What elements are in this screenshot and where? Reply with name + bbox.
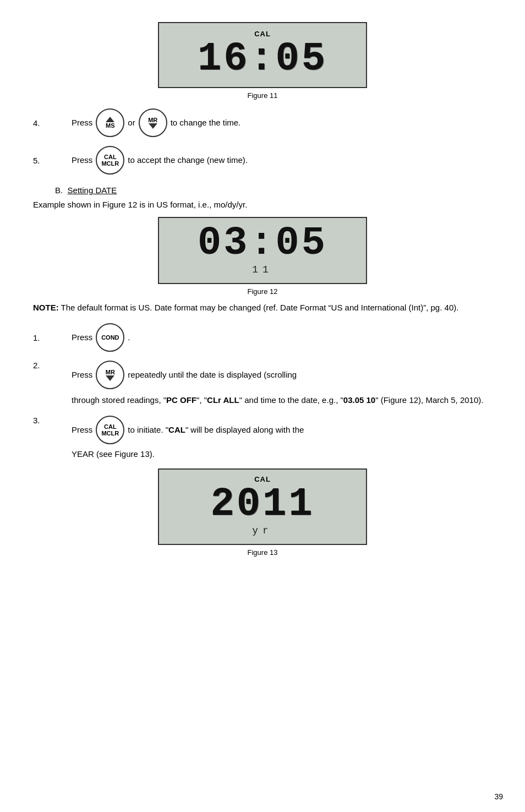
step-2-post-inline: repeatedly until the date is displayed (… <box>128 368 297 382</box>
step-3-row: 3. Press CAL MCLR to initiate. "CAL" wil… <box>33 416 492 461</box>
step-2-block: through stored readings, "PC OFF", "CLr … <box>72 394 483 407</box>
note-bold: NOTE: <box>33 303 59 312</box>
ms-label: MS <box>106 122 115 129</box>
mclr-label: MCLR <box>101 160 119 167</box>
mr-label-2: MR <box>106 369 115 375</box>
step-2-number: 2. <box>33 361 72 370</box>
step-1-number: 1. <box>33 333 72 342</box>
mr-down-button-2[interactable]: MR <box>96 361 124 389</box>
figure-13-container: CAL 2011 yr Figure 13 <box>158 468 367 557</box>
cal-mclr-button[interactable]: CAL MCLR <box>96 146 124 175</box>
figure-12-caption: Figure 12 <box>248 287 278 296</box>
section-b-title: Setting DATE <box>68 186 117 195</box>
section-b-heading: B. Setting DATE <box>55 186 492 195</box>
step-5-row: 5. Press CAL MCLR to accept the change (… <box>33 146 492 175</box>
section-b-example: Example shown in Figure 12 is in US form… <box>33 198 492 211</box>
lcd-digits-11: 16:05 <box>198 39 327 79</box>
step-4-row: 4. Press MS or MR to change the time. <box>33 108 492 137</box>
cond-button[interactable]: COND <box>96 323 124 352</box>
step-1-row: 1. Press COND . <box>33 323 492 352</box>
lcd-display-12: 03:05 11 <box>158 217 367 284</box>
cond-label: COND <box>101 334 119 341</box>
step-3-block: YEAR (see Figure 13). <box>72 448 304 461</box>
step-2-row: 2. Press MR repeatedly until the date is… <box>33 361 492 407</box>
step-4-post: to change the time. <box>171 116 241 129</box>
lcd-display-13: CAL 2011 yr <box>158 468 367 545</box>
step-3-post-inline: to initiate. "CAL" will be displayed alo… <box>128 423 304 437</box>
step-2-pre: Press <box>72 368 92 382</box>
arrow-down-icon <box>149 123 157 129</box>
cal-mclr-button-2[interactable]: CAL MCLR <box>96 416 124 444</box>
section-b-label: B. <box>55 186 63 195</box>
figure-11-container: CAL 16:05 Figure 11 <box>158 22 367 100</box>
lcd-sub-12: 11 <box>252 264 273 275</box>
figure-11-caption: Figure 11 <box>248 91 278 100</box>
step-4-middle: or <box>128 116 135 129</box>
mclr-label-2: MCLR <box>101 430 119 437</box>
page-number: 39 <box>494 792 503 801</box>
step-1-pre: Press <box>72 331 92 344</box>
step-5-content: Press CAL MCLR to accept the change (new… <box>72 146 248 175</box>
lcd-sub-13: yr <box>252 525 273 536</box>
cal-label: CAL <box>104 154 117 160</box>
step-1-post: . <box>128 331 130 344</box>
step-5-post: to accept the change (new time). <box>128 154 248 167</box>
lcd-digits-13: 2011 <box>211 484 315 524</box>
lcd-digits-12: 03:05 <box>198 224 327 263</box>
mr-down-button[interactable]: MR <box>139 108 167 137</box>
step-1-content: Press COND . <box>72 323 130 352</box>
step-5-number: 5. <box>33 156 72 165</box>
step-3-pre: Press <box>72 423 92 437</box>
step-4-pre: Press <box>72 116 92 129</box>
note-text: The default format is US. Date format ma… <box>59 303 459 312</box>
figure-12-container: 03:05 11 Figure 12 <box>158 217 367 296</box>
ms-up-button[interactable]: MS <box>96 108 124 137</box>
step-5-pre: Press <box>72 154 92 167</box>
arrow-up-icon <box>106 117 114 122</box>
step-2-content: Press MR repeatedly until the date is di… <box>72 361 483 389</box>
cal-label-2: CAL <box>104 423 117 430</box>
step-3-content: Press CAL MCLR to initiate. "CAL" will b… <box>72 416 304 444</box>
arrow-down-icon-2 <box>106 375 114 381</box>
step-4-content: Press MS or MR to change the time. <box>72 108 240 137</box>
figure-13-caption: Figure 13 <box>248 548 278 557</box>
step-3-number: 3. <box>33 416 72 425</box>
note-block: NOTE: The default format is US. Date for… <box>33 301 492 314</box>
lcd-display-11: CAL 16:05 <box>158 22 367 88</box>
mr-label: MR <box>148 117 157 123</box>
step-4-number: 4. <box>33 118 72 128</box>
